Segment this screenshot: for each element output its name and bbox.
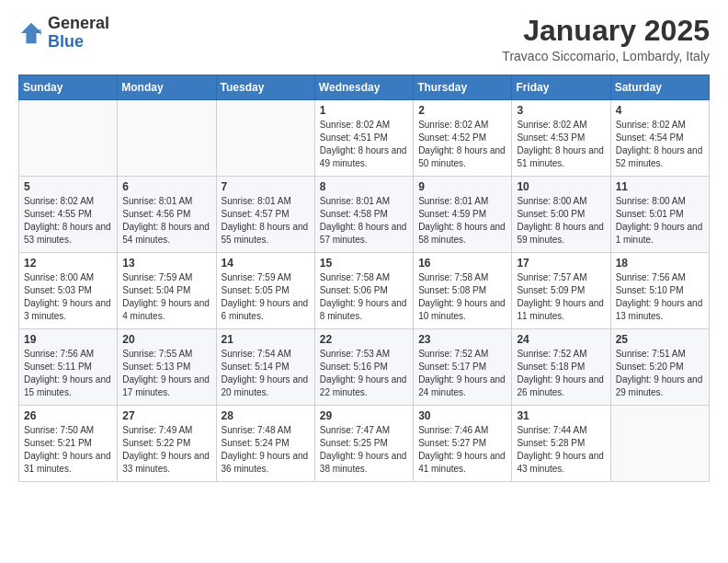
calendar-day-16: 16Sunrise: 7:58 AM Sunset: 5:08 PM Dayli… <box>414 253 512 329</box>
calendar-day-9: 9Sunrise: 8:01 AM Sunset: 4:59 PM Daylig… <box>414 177 512 253</box>
calendar-day-3: 3Sunrise: 8:02 AM Sunset: 4:53 PM Daylig… <box>512 100 610 177</box>
calendar-empty-cell <box>19 100 118 177</box>
calendar-day-25: 25Sunrise: 7:51 AM Sunset: 5:20 PM Dayli… <box>610 329 709 406</box>
day-number: 6 <box>122 180 210 193</box>
day-number: 28 <box>222 409 310 422</box>
day-info: Sunrise: 7:58 AM Sunset: 5:08 PM Dayligh… <box>418 271 506 323</box>
calendar-day-8: 8Sunrise: 8:01 AM Sunset: 4:58 PM Daylig… <box>314 177 413 253</box>
calendar-day-4: 4Sunrise: 8:02 AM Sunset: 4:54 PM Daylig… <box>610 100 709 177</box>
day-header-saturday: Saturday <box>610 75 709 100</box>
title-block: January 2025 Travaco Siccomario, Lombard… <box>502 15 710 63</box>
calendar-day-23: 23Sunrise: 7:52 AM Sunset: 5:17 PM Dayli… <box>414 329 512 406</box>
day-info: Sunrise: 8:01 AM Sunset: 4:58 PM Dayligh… <box>320 195 408 247</box>
calendar-day-12: 12Sunrise: 8:00 AM Sunset: 5:03 PM Dayli… <box>19 253 118 329</box>
calendar-day-11: 11Sunrise: 8:00 AM Sunset: 5:01 PM Dayli… <box>610 177 709 253</box>
logo: General Blue <box>18 15 109 52</box>
day-info: Sunrise: 7:59 AM Sunset: 5:05 PM Dayligh… <box>222 271 310 323</box>
calendar-table: SundayMondayTuesdayWednesdayThursdayFrid… <box>18 75 710 482</box>
calendar-day-26: 26Sunrise: 7:50 AM Sunset: 5:21 PM Dayli… <box>19 406 118 482</box>
calendar-day-10: 10Sunrise: 8:00 AM Sunset: 5:00 PM Dayli… <box>512 177 610 253</box>
calendar-empty-cell <box>216 100 314 177</box>
header: General Blue January 2025 Travaco Siccom… <box>18 15 710 63</box>
day-number: 20 <box>122 333 210 346</box>
day-number: 1 <box>320 104 408 117</box>
calendar-day-15: 15Sunrise: 7:58 AM Sunset: 5:06 PM Dayli… <box>314 253 413 329</box>
logo-icon <box>18 20 44 46</box>
day-header-friday: Friday <box>512 75 610 100</box>
logo-general-text: General <box>48 15 109 33</box>
day-number: 8 <box>320 180 408 193</box>
calendar-day-18: 18Sunrise: 7:56 AM Sunset: 5:10 PM Dayli… <box>610 253 709 329</box>
day-number: 16 <box>418 257 506 270</box>
day-info: Sunrise: 7:51 AM Sunset: 5:20 PM Dayligh… <box>616 348 704 399</box>
day-info: Sunrise: 8:02 AM Sunset: 4:54 PM Dayligh… <box>616 119 704 170</box>
day-number: 22 <box>320 333 408 346</box>
calendar-week-row: 1Sunrise: 8:02 AM Sunset: 4:51 PM Daylig… <box>19 100 710 177</box>
calendar-week-row: 12Sunrise: 8:00 AM Sunset: 5:03 PM Dayli… <box>19 253 710 329</box>
month-title: January 2025 <box>502 15 710 47</box>
calendar-day-28: 28Sunrise: 7:48 AM Sunset: 5:24 PM Dayli… <box>216 406 314 482</box>
day-number: 13 <box>122 257 210 270</box>
day-info: Sunrise: 7:48 AM Sunset: 5:24 PM Dayligh… <box>222 424 310 476</box>
calendar-day-31: 31Sunrise: 7:44 AM Sunset: 5:28 PM Dayli… <box>512 406 610 482</box>
day-number: 11 <box>616 180 704 193</box>
day-number: 4 <box>616 104 704 117</box>
day-header-sunday: Sunday <box>19 75 118 100</box>
day-info: Sunrise: 7:53 AM Sunset: 5:16 PM Dayligh… <box>320 348 408 399</box>
day-number: 19 <box>24 333 112 346</box>
day-number: 26 <box>24 409 112 422</box>
logo-blue-text: Blue <box>48 33 109 52</box>
day-number: 14 <box>222 257 310 270</box>
day-info: Sunrise: 8:02 AM Sunset: 4:53 PM Dayligh… <box>517 119 605 170</box>
day-number: 12 <box>24 257 112 270</box>
day-number: 21 <box>222 333 310 346</box>
calendar-day-30: 30Sunrise: 7:46 AM Sunset: 5:27 PM Dayli… <box>414 406 512 482</box>
day-info: Sunrise: 7:44 AM Sunset: 5:28 PM Dayligh… <box>517 424 605 476</box>
day-info: Sunrise: 8:00 AM Sunset: 5:03 PM Dayligh… <box>24 271 112 323</box>
calendar-day-22: 22Sunrise: 7:53 AM Sunset: 5:16 PM Dayli… <box>314 329 413 406</box>
day-info: Sunrise: 7:56 AM Sunset: 5:11 PM Dayligh… <box>24 348 112 399</box>
day-header-monday: Monday <box>118 75 216 100</box>
day-info: Sunrise: 8:01 AM Sunset: 4:56 PM Dayligh… <box>122 195 210 247</box>
day-info: Sunrise: 8:02 AM Sunset: 4:52 PM Dayligh… <box>418 119 506 170</box>
day-info: Sunrise: 7:55 AM Sunset: 5:13 PM Dayligh… <box>122 348 210 399</box>
svg-marker-0 <box>21 23 41 43</box>
day-number: 29 <box>320 409 408 422</box>
calendar-day-29: 29Sunrise: 7:47 AM Sunset: 5:25 PM Dayli… <box>314 406 413 482</box>
calendar-empty-cell <box>610 406 709 482</box>
day-number: 5 <box>24 180 112 193</box>
day-number: 9 <box>418 180 506 193</box>
day-info: Sunrise: 7:56 AM Sunset: 5:10 PM Dayligh… <box>616 271 704 323</box>
day-number: 30 <box>418 409 506 422</box>
page: General Blue January 2025 Travaco Siccom… <box>0 0 728 500</box>
day-info: Sunrise: 8:00 AM Sunset: 5:00 PM Dayligh… <box>517 195 605 247</box>
calendar-week-row: 26Sunrise: 7:50 AM Sunset: 5:21 PM Dayli… <box>19 406 710 482</box>
calendar-week-row: 19Sunrise: 7:56 AM Sunset: 5:11 PM Dayli… <box>19 329 710 406</box>
calendar-day-1: 1Sunrise: 8:02 AM Sunset: 4:51 PM Daylig… <box>314 100 413 177</box>
calendar-day-6: 6Sunrise: 8:01 AM Sunset: 4:56 PM Daylig… <box>118 177 216 253</box>
calendar-day-2: 2Sunrise: 8:02 AM Sunset: 4:52 PM Daylig… <box>414 100 512 177</box>
calendar-header-row: SundayMondayTuesdayWednesdayThursdayFrid… <box>19 75 710 100</box>
day-header-tuesday: Tuesday <box>216 75 314 100</box>
day-number: 23 <box>418 333 506 346</box>
calendar-day-24: 24Sunrise: 7:52 AM Sunset: 5:18 PM Dayli… <box>512 329 610 406</box>
calendar-day-7: 7Sunrise: 8:01 AM Sunset: 4:57 PM Daylig… <box>216 177 314 253</box>
day-info: Sunrise: 7:49 AM Sunset: 5:22 PM Dayligh… <box>122 424 210 476</box>
day-number: 10 <box>517 180 605 193</box>
day-info: Sunrise: 8:01 AM Sunset: 4:59 PM Dayligh… <box>418 195 506 247</box>
day-number: 18 <box>616 257 704 270</box>
calendar-day-13: 13Sunrise: 7:59 AM Sunset: 5:04 PM Dayli… <box>118 253 216 329</box>
calendar-day-17: 17Sunrise: 7:57 AM Sunset: 5:09 PM Dayli… <box>512 253 610 329</box>
day-number: 7 <box>222 180 310 193</box>
day-header-thursday: Thursday <box>414 75 512 100</box>
day-info: Sunrise: 7:47 AM Sunset: 5:25 PM Dayligh… <box>320 424 408 476</box>
calendar-day-5: 5Sunrise: 8:02 AM Sunset: 4:55 PM Daylig… <box>19 177 118 253</box>
day-header-wednesday: Wednesday <box>314 75 413 100</box>
day-info: Sunrise: 7:52 AM Sunset: 5:18 PM Dayligh… <box>517 348 605 399</box>
logo-text: General Blue <box>48 15 109 52</box>
calendar-day-20: 20Sunrise: 7:55 AM Sunset: 5:13 PM Dayli… <box>118 329 216 406</box>
day-number: 17 <box>517 257 605 270</box>
day-info: Sunrise: 7:59 AM Sunset: 5:04 PM Dayligh… <box>122 271 210 323</box>
day-info: Sunrise: 7:57 AM Sunset: 5:09 PM Dayligh… <box>517 271 605 323</box>
day-number: 3 <box>517 104 605 117</box>
